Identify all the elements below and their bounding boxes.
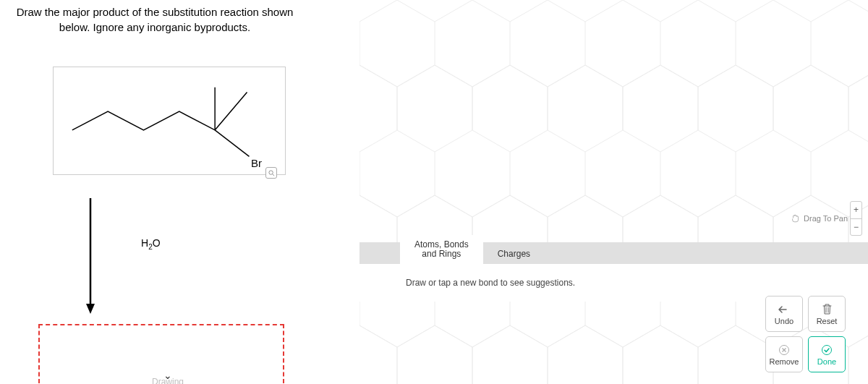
tool-tab-bar: Atoms, Bonds and Rings Charges bbox=[359, 242, 868, 264]
svg-line-0 bbox=[215, 130, 249, 157]
remove-label: Remove bbox=[770, 357, 799, 366]
product-dropzone[interactable] bbox=[38, 324, 284, 383]
undo-button[interactable]: Undo bbox=[765, 296, 803, 332]
action-buttons: Undo Reset Remove Done bbox=[765, 296, 846, 372]
trash-icon bbox=[822, 303, 832, 316]
tab-charges[interactable]: Charges bbox=[483, 244, 545, 264]
close-circle-icon bbox=[778, 344, 790, 357]
svg-line-3 bbox=[272, 174, 274, 176]
svg-marker-5 bbox=[86, 304, 95, 314]
tab-atoms-bonds-rings[interactable]: Atoms, Bonds and Rings bbox=[400, 235, 483, 264]
hand-icon bbox=[791, 213, 801, 223]
question-text: Draw the major product of the substituti… bbox=[10, 4, 299, 35]
question-panel: Draw the major product of the substituti… bbox=[0, 0, 354, 384]
zoom-out-button[interactable]: − bbox=[851, 219, 861, 236]
molecule-svg bbox=[54, 67, 285, 174]
svg-point-2 bbox=[268, 170, 272, 174]
magnify-icon bbox=[268, 170, 275, 176]
done-button[interactable]: Done bbox=[808, 336, 846, 372]
drawing-canvas-panel: Drag To Pan + − Atoms, Bonds and Rings C… bbox=[359, 0, 868, 384]
undo-label: Undo bbox=[775, 317, 793, 325]
reagent-label: H2O bbox=[141, 237, 161, 251]
zoom-in-button[interactable]: + bbox=[851, 202, 861, 219]
reset-label: Reset bbox=[817, 317, 838, 325]
atom-label-br: Br bbox=[251, 157, 262, 169]
reset-button[interactable]: Reset bbox=[808, 296, 846, 332]
reaction-arrow bbox=[89, 198, 92, 310]
remove-button[interactable]: Remove bbox=[765, 336, 803, 372]
zoom-structure-button[interactable] bbox=[265, 167, 277, 179]
undo-icon bbox=[778, 303, 790, 316]
drag-hint-text: Drag To Pan bbox=[804, 214, 848, 223]
drawing-label: Drawing bbox=[152, 377, 184, 384]
zoom-control: + − bbox=[850, 201, 862, 236]
done-label: Done bbox=[817, 357, 836, 366]
check-circle-icon bbox=[821, 344, 833, 357]
svg-point-11 bbox=[822, 345, 832, 354]
hint-text: Draw or tap a new bond to see suggestion… bbox=[406, 278, 575, 288]
drag-to-pan-hint: Drag To Pan bbox=[791, 213, 848, 223]
